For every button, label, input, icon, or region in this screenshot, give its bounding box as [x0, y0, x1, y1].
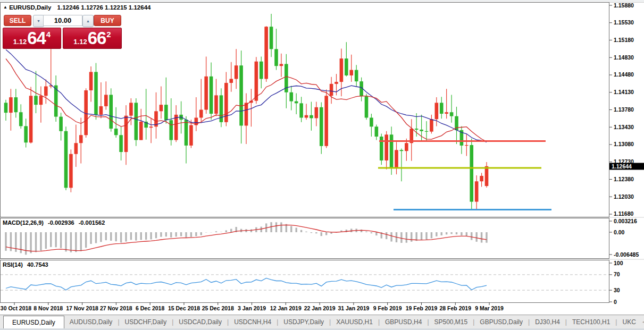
tab-usdcnh-h4[interactable]: USDCNH,H4 [229, 315, 277, 328]
rsi-indicator-label: RSI(14) 40.7543 [3, 261, 51, 268]
candle-body [74, 143, 78, 154]
date-axis-label: 6 Dec 2018 [136, 305, 164, 311]
candle-body [245, 103, 248, 125]
price-axis-label: 1.12030 [614, 193, 634, 200]
candle-body [4, 103, 8, 113]
candle-body [84, 90, 88, 135]
date-axis-label: 9 Mar 2019 [475, 305, 504, 311]
current-price-tag-text: 1.12644 [612, 163, 632, 170]
sell-button[interactable]: SELL [4, 15, 31, 26]
candle-body [390, 134, 394, 168]
candle-body [44, 87, 48, 96]
candle-body [395, 150, 398, 168]
candle-body [465, 145, 469, 146]
candle-body [164, 105, 168, 120]
date-axis-label: 3 Jan 2019 [238, 305, 266, 311]
candle-body [324, 96, 328, 146]
price-axis-label: 1.15530 [614, 19, 634, 26]
sell-price-big: 64 [27, 29, 46, 48]
candle-body [270, 27, 273, 49]
macd-axis-label: 0.00 [614, 229, 625, 235]
candle-body [365, 96, 369, 117]
tab-usdchf-daily[interactable]: USDCHF,Daily [120, 315, 172, 328]
date-axis-label: 25 Dec 2018 [202, 305, 234, 311]
sell-price-tile[interactable]: 1.12 64 4 [3, 28, 61, 49]
date-axis-label: 9 Feb 2019 [373, 305, 402, 311]
candle-body [420, 130, 423, 131]
candle-body [435, 103, 439, 119]
collapse-triangle-icon[interactable]: ▲ [3, 5, 7, 10]
tab-scroll-left-icon[interactable]: ◄ [641, 319, 644, 325]
tab-gbpusd-daily[interactable]: GBPUSD,Daily [474, 315, 528, 328]
candle-body [334, 82, 338, 84]
tab-gbpusd-h4[interactable]: GBPUSD,H4 [380, 315, 427, 328]
rsi-value: 40.7543 [27, 261, 48, 268]
macd-axis-label: -0.006485 [614, 251, 639, 258]
tab-dj30-h4[interactable]: DJ30,H4 [530, 315, 565, 328]
candle-body [24, 126, 28, 142]
buy-price-tile[interactable]: 1.12 66 2 [63, 28, 122, 49]
candle-body [260, 62, 263, 79]
candle-body [274, 49, 278, 66]
tab-ukc[interactable]: UKC [617, 315, 641, 328]
macd-axis-label: 0.003216 [614, 218, 637, 224]
chart-tab-bar: EURUSD,DailyAUDUSD,Daily|USDCHF,Daily|US… [0, 315, 644, 328]
tab-audusd-daily[interactable]: AUDUSD,Daily [64, 315, 118, 328]
candle-body [114, 129, 118, 135]
candle-body [29, 96, 33, 142]
tab-usdcad-daily[interactable]: USDCAD,Daily [173, 315, 227, 328]
candle-body [34, 96, 38, 105]
price-axis-label: 1.15880 [614, 2, 634, 9]
date-axis-label: 17 Nov 2018 [66, 305, 98, 311]
candle-body [239, 65, 243, 125]
candle-body [405, 143, 408, 151]
rsi-axis-label: 100 [614, 260, 623, 266]
price-axis-label: 1.14480 [614, 71, 634, 78]
buy-price-sup: 2 [106, 30, 111, 39]
candle-body [109, 95, 113, 129]
candle-body [135, 103, 138, 140]
candle-body [9, 97, 13, 113]
buy-price-big: 66 [88, 29, 106, 48]
rsi-name: RSI(14) [3, 261, 23, 268]
candle-body [14, 97, 18, 112]
date-axis-label: 22 Jan 2019 [304, 305, 336, 311]
sell-price-prefix: 1.12 [13, 38, 27, 46]
candle-body [440, 103, 444, 114]
tab-xauusd-h1[interactable]: XAUUSD,H1 [331, 315, 378, 328]
date-axis-label: 8 Nov 2018 [34, 305, 63, 311]
candle-body [235, 65, 238, 79]
date-axis-label: 31 Jan 2019 [338, 305, 369, 311]
tab-tech100-h1[interactable]: TECH100,H1 [567, 315, 615, 328]
candle-body [400, 150, 404, 151]
candle-body [480, 176, 483, 181]
tab-sp500-m15[interactable]: SP500,M15 [429, 315, 473, 328]
candle-body [19, 112, 23, 126]
macd-main-value: -0.002936 [48, 219, 74, 226]
tab-eurusd-daily[interactable]: EURUSD,Daily [3, 316, 64, 328]
candle-body [380, 137, 383, 160]
rsi-axis-label: 70 [614, 271, 620, 277]
price-axis-label: 1.11680 [614, 210, 634, 217]
candle-body [214, 95, 218, 114]
sell-price-sup: 4 [46, 30, 51, 39]
candle-body [69, 154, 73, 188]
price-axis-label: 1.14130 [614, 89, 634, 95]
tab-usdjpy-daily[interactable]: USDJPY,Daily [278, 315, 329, 328]
candle-body [189, 125, 193, 146]
date-axis-label: 28 Feb 2019 [439, 305, 471, 311]
candle-body [470, 145, 473, 202]
date-axis-label: 19 Feb 2019 [406, 305, 438, 311]
candle-body [485, 166, 489, 186]
volume-decrease-icon[interactable]: ▼ [33, 15, 44, 27]
date-axis-label: 30 Oct 2018 [1, 305, 32, 311]
volume-increase-icon[interactable]: ▲ [82, 15, 94, 27]
candle-body [345, 58, 348, 75]
rsi-axis-label: 30 [614, 287, 620, 293]
candle-body [375, 126, 379, 137]
price-axis-label: 1.13430 [614, 124, 634, 130]
volume-input[interactable] [43, 15, 82, 26]
candle-body [199, 109, 203, 117]
candle-body [174, 115, 178, 140]
buy-button[interactable]: BUY [94, 15, 121, 26]
